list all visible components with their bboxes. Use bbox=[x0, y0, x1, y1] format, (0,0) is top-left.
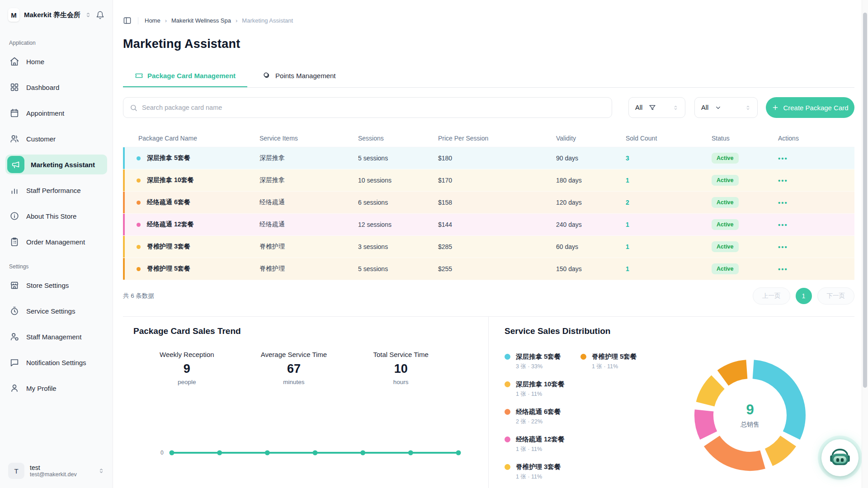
bell-icon[interactable] bbox=[96, 11, 104, 19]
next-page-button[interactable]: 下一页 bbox=[817, 287, 855, 305]
sessions-cell: 5 sessions bbox=[358, 265, 438, 272]
price-cell: $170 bbox=[438, 177, 556, 184]
create-package-card-button[interactable]: Create Package Card bbox=[766, 97, 854, 118]
current-page-button[interactable]: 1 bbox=[796, 288, 812, 304]
legend-value: 3 张 · 33% bbox=[516, 363, 561, 371]
chat-assistant-button[interactable] bbox=[821, 439, 859, 476]
chevrons-up-down-icon bbox=[673, 105, 679, 111]
legend-item: 脊椎护理 3套餐1 张 · 11% bbox=[505, 463, 580, 488]
table-row[interactable]: 经络疏通 6套餐经络疏通6 sessions$158120 days2Activ… bbox=[123, 192, 854, 214]
sold-count-cell: 1 bbox=[626, 243, 712, 250]
sidebar-item-dashboard[interactable]: Dashboard bbox=[5, 77, 107, 97]
legend-value: 1 张 · 11% bbox=[592, 363, 637, 371]
status-badge: Active bbox=[712, 263, 739, 274]
price-cell: $180 bbox=[438, 155, 556, 162]
status-filter-select[interactable]: All bbox=[628, 97, 685, 118]
row-actions-button[interactable]: ••• bbox=[778, 243, 788, 251]
tab-bar: Package Card ManagementPoints Management bbox=[123, 66, 854, 88]
user-name: test bbox=[30, 464, 77, 471]
sidebar-item-label: Customer bbox=[26, 135, 56, 143]
breadcrumb-item[interactable]: Makerkit Wellness Spa bbox=[171, 17, 231, 24]
row-actions-button[interactable]: ••• bbox=[778, 177, 788, 184]
chevron-down-icon bbox=[715, 104, 722, 111]
status-cell: Active bbox=[712, 241, 778, 252]
sidebar-item-my-profile[interactable]: My Profile bbox=[5, 378, 107, 398]
workspace-header[interactable]: M Makerkit 养生会所 bbox=[5, 6, 107, 23]
table-row[interactable]: 脊椎护理 3套餐脊椎护理3 sessions$28560 days1Active… bbox=[123, 236, 854, 258]
tab-package-card-management[interactable]: Package Card Management bbox=[123, 66, 247, 87]
color-dot-icon bbox=[137, 245, 141, 249]
user-menu[interactable]: T test test@makerkit.dev bbox=[5, 460, 107, 482]
status-badge: Active bbox=[712, 219, 739, 230]
column-header: Sessions bbox=[358, 135, 438, 142]
stat-value: 9 bbox=[133, 362, 241, 376]
column-header: Actions bbox=[778, 135, 854, 142]
scrollbar-thumb[interactable] bbox=[863, 13, 867, 388]
tab-points-management[interactable]: Points Management bbox=[251, 66, 347, 87]
package-card-name-cell: 深层推拿 5套餐 bbox=[123, 154, 259, 162]
row-accent-bar bbox=[123, 169, 125, 191]
legend-dot-icon bbox=[505, 409, 510, 415]
type-filter-select[interactable]: All bbox=[694, 97, 758, 118]
sidebar: M Makerkit 养生会所 ApplicationHomeDashboard… bbox=[0, 0, 113, 488]
sidebar-item-service-settings[interactable]: Service Settings bbox=[5, 301, 107, 321]
sidebar-toggle-icon[interactable] bbox=[123, 16, 132, 25]
row-actions-button[interactable]: ••• bbox=[778, 199, 788, 206]
service-items-cell: 脊椎护理 bbox=[259, 265, 358, 273]
plus-icon bbox=[772, 104, 779, 111]
package-card-name: 经络疏通 6套餐 bbox=[147, 198, 190, 206]
legend-item: 深层推拿 10套餐1 张 · 11% bbox=[505, 380, 580, 408]
package-card-name: 深层推拿 5套餐 bbox=[147, 154, 190, 162]
actions-cell: ••• bbox=[778, 265, 854, 273]
sidebar-item-staff-management[interactable]: Staff Management bbox=[5, 327, 107, 347]
sidebar-item-staff-performance[interactable]: Staff Performance bbox=[5, 180, 107, 200]
stat-label: Average Service Time bbox=[241, 351, 348, 358]
calendar-icon bbox=[9, 108, 20, 118]
sidebar-item-home[interactable]: Home bbox=[5, 52, 107, 71]
pagination: 共 6 条数据 上一页 1 下一页 bbox=[123, 286, 854, 306]
validity-cell: 60 days bbox=[556, 243, 626, 250]
table-row[interactable]: 脊椎护理 5套餐脊椎护理5 sessions$255150 days1Activ… bbox=[123, 258, 854, 280]
sessions-cell: 5 sessions bbox=[358, 155, 438, 162]
sidebar-item-store-settings[interactable]: Store Settings bbox=[5, 275, 107, 295]
chevron-right-icon: › bbox=[165, 17, 167, 24]
sidebar-item-appointment[interactable]: Appointment bbox=[5, 103, 107, 123]
main-content: Home›Makerkit Wellness Spa›Marketing Ass… bbox=[113, 0, 868, 488]
row-actions-button[interactable]: ••• bbox=[778, 221, 788, 229]
prev-page-button[interactable]: 上一页 bbox=[753, 287, 790, 305]
actions-cell: ••• bbox=[778, 221, 854, 229]
sidebar-item-order-management[interactable]: Order Management bbox=[5, 232, 107, 252]
color-dot-icon bbox=[137, 156, 141, 160]
sidebar-item-notification-settings[interactable]: Notification Settings bbox=[5, 352, 107, 372]
sidebar-item-about-this-store[interactable]: About This Store bbox=[5, 206, 107, 226]
sidebar-item-marketing-assistant[interactable]: Marketing Assistant bbox=[5, 155, 107, 174]
column-header: Status bbox=[712, 135, 778, 142]
robot-icon bbox=[827, 445, 853, 471]
actions-cell: ••• bbox=[778, 243, 854, 251]
legend-name: 深层推拿 10套餐 bbox=[516, 380, 564, 389]
validity-cell: 150 days bbox=[556, 265, 626, 272]
customers-icon bbox=[9, 133, 20, 144]
price-cell: $285 bbox=[438, 243, 556, 250]
breadcrumb-item[interactable]: Home bbox=[145, 17, 160, 24]
chevrons-up-down-icon bbox=[85, 12, 91, 18]
sales-trend-chart: 0 bbox=[160, 445, 462, 461]
table-row[interactable]: 经络疏通 12套餐经络疏通12 sessions$144240 days1Act… bbox=[123, 214, 854, 236]
status-cell: Active bbox=[712, 197, 778, 208]
row-actions-button[interactable]: ••• bbox=[778, 155, 788, 162]
row-actions-button[interactable]: ••• bbox=[778, 265, 788, 273]
sidebar-item-customer[interactable]: Customer bbox=[5, 129, 107, 149]
clipboard-icon bbox=[9, 236, 20, 247]
service-items-cell: 深层推拿 bbox=[259, 154, 358, 162]
table-row[interactable]: 深层推拿 5套餐深层推拿5 sessions$18090 days3Active… bbox=[123, 147, 854, 169]
table-row[interactable]: 深层推拿 10套餐深层推拿10 sessions$170180 days1Act… bbox=[123, 169, 854, 192]
search-icon bbox=[130, 104, 137, 112]
sold-count-cell: 1 bbox=[626, 177, 712, 184]
funnel-icon bbox=[649, 104, 656, 111]
search-input[interactable] bbox=[142, 104, 605, 111]
sessions-cell: 12 sessions bbox=[358, 221, 438, 228]
divider bbox=[123, 316, 854, 317]
package-card-name: 脊椎护理 5套餐 bbox=[147, 265, 190, 273]
stat-unit: people bbox=[133, 379, 241, 385]
sold-count-cell: 3 bbox=[626, 155, 712, 162]
